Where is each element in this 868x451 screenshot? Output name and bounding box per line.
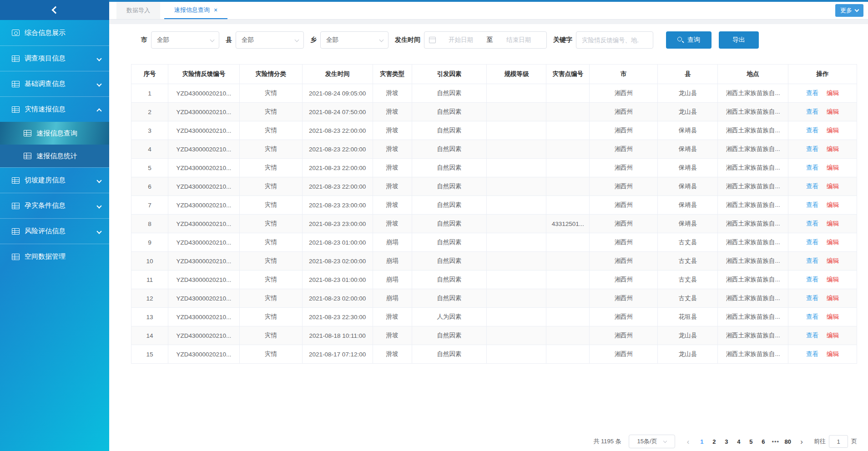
view-link[interactable]: 查看: [806, 183, 818, 190]
edit-link[interactable]: 编辑: [827, 295, 839, 301]
table-cell: [546, 308, 590, 326]
goto-page-input[interactable]: [829, 435, 848, 448]
page-number-80[interactable]: 80: [782, 438, 794, 445]
filter-bar: 市 全部 县 全部 乡 全部 发生时间 开始日期: [141, 31, 857, 49]
page-number-2[interactable]: 2: [708, 438, 720, 445]
sidebar-item-2[interactable]: 基础调查信息: [0, 71, 109, 96]
view-link[interactable]: 查看: [806, 332, 818, 339]
view-link[interactable]: 查看: [806, 239, 818, 246]
sidebar-collapse-button[interactable]: [0, 0, 109, 20]
edit-link[interactable]: 编辑: [827, 127, 839, 134]
sidebar-item-0[interactable]: 综合信息展示: [0, 20, 109, 45]
page-number-4[interactable]: 4: [732, 438, 745, 445]
page-number-5[interactable]: 5: [745, 438, 757, 445]
view-link[interactable]: 查看: [806, 201, 818, 208]
county-select[interactable]: 全部: [236, 31, 304, 49]
city-select[interactable]: 全部: [151, 31, 219, 49]
sidebar-item-8[interactable]: 风险评估信息: [0, 218, 109, 244]
tab-data-import[interactable]: 数据导入: [116, 2, 160, 19]
export-button[interactable]: 导出: [719, 31, 759, 49]
more-button[interactable]: 更多: [835, 4, 863, 17]
prev-page-icon[interactable]: ‹: [683, 438, 693, 446]
table-cell: [546, 271, 590, 289]
view-link[interactable]: 查看: [806, 257, 818, 264]
edit-link[interactable]: 编辑: [827, 90, 839, 96]
keyword-input[interactable]: [576, 31, 653, 49]
table-cell: 2021-08-24 07:50:00: [302, 103, 373, 121]
table-cell: [546, 159, 590, 177]
table-cell: 滑坡: [373, 215, 412, 233]
edit-link[interactable]: 编辑: [827, 183, 839, 190]
table-cell: 滑坡: [373, 326, 412, 345]
table-cell: 3: [131, 121, 168, 140]
edit-link[interactable]: 编辑: [827, 164, 839, 171]
view-link[interactable]: 查看: [806, 108, 818, 115]
edit-link[interactable]: 编辑: [827, 145, 839, 152]
table-cell: 湘西州: [590, 103, 658, 121]
sidebar-item-4[interactable]: 速报信息查询: [0, 122, 109, 145]
edit-link[interactable]: 编辑: [827, 313, 839, 320]
search-button[interactable]: 查询: [666, 31, 712, 49]
page-number-3[interactable]: 3: [720, 438, 732, 445]
sidebar-item-3[interactable]: 灾情速报信息: [0, 96, 109, 122]
sidebar-item-5[interactable]: 速报信息统计: [0, 145, 109, 167]
table-cell: 湘西土家族苗族自...: [718, 196, 788, 215]
table-cell: 滑坡: [373, 121, 412, 140]
view-link[interactable]: 查看: [806, 295, 818, 301]
edit-link[interactable]: 编辑: [827, 239, 839, 246]
tab-report-query[interactable]: 速报信息查询 ×: [164, 2, 227, 19]
chevron-down-icon: [96, 229, 101, 234]
table-cell: 龙山县: [658, 103, 718, 121]
view-link[interactable]: 查看: [806, 145, 818, 152]
table-cell: 古丈县: [658, 289, 718, 308]
edit-link[interactable]: 编辑: [827, 220, 839, 227]
page-number-1[interactable]: 1: [696, 438, 708, 445]
sidebar-item-1[interactable]: 调查项目信息: [0, 45, 109, 71]
sidebar-menu: 综合信息展示调查项目信息基础调查信息灾情速报信息速报信息查询速报信息统计切坡建房…: [0, 20, 109, 269]
table-cell: 5: [131, 159, 168, 177]
view-link[interactable]: 查看: [806, 351, 818, 357]
display-icon: [12, 30, 20, 36]
table-cell: 自然因素: [412, 103, 487, 121]
table-cell: 灾情: [239, 196, 302, 215]
actions-cell: 查看编辑: [788, 159, 857, 177]
edit-link[interactable]: 编辑: [827, 332, 839, 339]
township-select[interactable]: 全部: [320, 31, 389, 49]
grid-icon: [12, 106, 20, 113]
table-cell: 湘西土家族苗族自...: [718, 233, 788, 252]
table-cell: 湘西土家族苗族自...: [718, 103, 788, 121]
more-pages-icon[interactable]: •••: [769, 438, 782, 445]
sidebar-item-9[interactable]: 空间数据管理: [0, 244, 109, 269]
view-link[interactable]: 查看: [806, 164, 818, 171]
table-row: 1YZD43000020210...灾情2021-08-24 09:05:00滑…: [131, 84, 857, 103]
start-date-placeholder[interactable]: 开始日期: [438, 36, 484, 44]
table-cell: 灾情: [239, 345, 302, 364]
close-icon[interactable]: ×: [214, 7, 217, 13]
edit-link[interactable]: 编辑: [827, 108, 839, 115]
date-range-picker[interactable]: 开始日期 至 结束日期: [424, 31, 547, 49]
table-cell: YZD43000020210...: [168, 121, 239, 140]
view-link[interactable]: 查看: [806, 220, 818, 227]
tab-label: 数据导入: [126, 6, 150, 15]
table-cell: 湘西土家族苗族自...: [718, 345, 788, 364]
sidebar-item-6[interactable]: 切坡建房信息: [0, 167, 109, 193]
edit-link[interactable]: 编辑: [827, 257, 839, 264]
page-size-select[interactable]: 15条/页: [629, 435, 675, 448]
view-link[interactable]: 查看: [806, 276, 818, 283]
next-page-icon[interactable]: ›: [797, 438, 807, 446]
table-cell: YZD43000020210...: [168, 140, 239, 159]
edit-link[interactable]: 编辑: [827, 201, 839, 208]
city-label: 市: [141, 36, 147, 44]
page-number-6[interactable]: 6: [757, 438, 769, 445]
sidebar-item-7[interactable]: 孕灾条件信息: [0, 193, 109, 218]
view-link[interactable]: 查看: [806, 313, 818, 320]
table-cell: 2021-08-23 01:00:00: [302, 271, 373, 289]
table-cell: YZD43000020210...: [168, 289, 239, 308]
view-link[interactable]: 查看: [806, 127, 818, 134]
view-link[interactable]: 查看: [806, 90, 818, 96]
edit-link[interactable]: 编辑: [827, 351, 839, 357]
end-date-placeholder[interactable]: 结束日期: [495, 36, 542, 44]
edit-link[interactable]: 编辑: [827, 276, 839, 283]
table-cell: [487, 196, 546, 215]
table-cell: 灾情: [239, 103, 302, 121]
